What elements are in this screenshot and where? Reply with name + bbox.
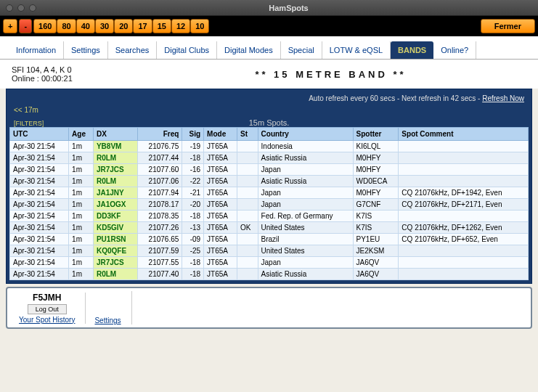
band-toolbar: + - 1608040302017151210 Fermer bbox=[0, 16, 538, 36]
table-row[interactable]: Apr-30 21:541mDD3KF21078.35-18JT65AFed. … bbox=[10, 211, 529, 222]
col-mode[interactable]: Mode bbox=[204, 128, 237, 141]
footer-bar: F5JMH Log Out Your Spot History Settings bbox=[6, 287, 532, 329]
col-utc[interactable]: UTC bbox=[10, 128, 69, 141]
tab-nav: InformationSettingsSearchesDigital Clubs… bbox=[0, 36, 538, 60]
band-button-12[interactable]: 12 bbox=[171, 19, 190, 33]
table-row[interactable]: Apr-30 21:541mKQ0QFE21077.59-25JT65AUnit… bbox=[10, 245, 529, 257]
table-row[interactable]: Apr-30 21:541mJA1JNY21077.94-21JT65AJapa… bbox=[10, 187, 529, 199]
spots-title: 15m Spots. bbox=[9, 118, 529, 127]
band-button-20[interactable]: 20 bbox=[114, 19, 133, 33]
window-close-icon[interactable] bbox=[6, 4, 13, 12]
band-button-17[interactable]: 17 bbox=[133, 19, 152, 33]
spots-panel: Auto refresh every 60 secs - Next refres… bbox=[6, 89, 532, 284]
table-row[interactable]: Apr-30 21:541mJR7JCS21077.60-16JT65AJapa… bbox=[10, 164, 529, 176]
titlebar: HamSpots bbox=[0, 0, 538, 16]
tab-settings[interactable]: Settings bbox=[64, 41, 108, 59]
band-button-80[interactable]: 80 bbox=[57, 19, 76, 33]
settings-link[interactable]: Settings bbox=[94, 317, 121, 324]
zoom-out-button[interactable]: - bbox=[19, 19, 32, 33]
table-row[interactable]: Apr-30 21:541mPU1RSN21076.65-09JT65ABraz… bbox=[10, 234, 529, 245]
band-button-10[interactable]: 10 bbox=[190, 19, 209, 33]
spots-table: UTCAgeDXFreqSigModeStCountrySpotterSpot … bbox=[9, 127, 529, 280]
col-freq[interactable]: Freq bbox=[137, 128, 182, 141]
refresh-now-link[interactable]: Refresh Now bbox=[482, 94, 524, 102]
filters-link[interactable]: [FILTERS] bbox=[9, 118, 48, 128]
col-spotter[interactable]: Spotter bbox=[353, 128, 399, 141]
tab-online-[interactable]: Online? bbox=[433, 41, 476, 59]
zoom-in-button[interactable]: + bbox=[3, 19, 17, 33]
tab-information[interactable]: Information bbox=[9, 41, 64, 59]
table-row[interactable]: Apr-30 21:541mR0LM21077.40-18JT65AAsiati… bbox=[10, 269, 529, 280]
spot-history-link[interactable]: Your Spot History bbox=[19, 316, 75, 324]
table-row[interactable]: Apr-30 21:541mYB8VM21076.75-19JT65AIndon… bbox=[10, 141, 529, 152]
band-button-160[interactable]: 160 bbox=[33, 19, 57, 33]
status-bar: SFI 104, A 4, K 0 Online : 00:00:21 ** 1… bbox=[0, 60, 538, 89]
table-row[interactable]: Apr-30 21:541mKD5GIV21077.26-13JT65AOKUn… bbox=[10, 222, 529, 234]
window-max-icon[interactable] bbox=[29, 4, 36, 12]
tab-digital-clubs[interactable]: Digital Clubs bbox=[157, 41, 217, 59]
tab-special[interactable]: Special bbox=[281, 41, 322, 59]
col-spot-comment[interactable]: Spot Comment bbox=[399, 128, 529, 141]
col-sig[interactable]: Sig bbox=[182, 128, 204, 141]
window-title: HamSpots bbox=[45, 4, 532, 12]
table-row[interactable]: Apr-30 21:541mJR7JCS21077.55-18JT65AJapa… bbox=[10, 257, 529, 269]
tab-searches[interactable]: Searches bbox=[108, 41, 157, 59]
col-dx[interactable]: DX bbox=[93, 128, 137, 141]
col-age[interactable]: Age bbox=[69, 128, 94, 141]
logout-button[interactable]: Log Out bbox=[28, 304, 67, 314]
band-heading: ** 15 METRE BAND ** bbox=[135, 69, 526, 80]
band-button-15[interactable]: 15 bbox=[152, 19, 171, 33]
window-min-icon[interactable] bbox=[17, 4, 25, 12]
table-row[interactable]: Apr-30 21:541mR0LM21077.06-22JT65AAsiati… bbox=[10, 176, 529, 187]
tab-bands[interactable]: BANDS bbox=[391, 41, 433, 59]
user-callsign: F5JMH bbox=[33, 293, 61, 303]
band-button-30[interactable]: 30 bbox=[95, 19, 114, 33]
sfi-status: SFI 104, A 4, K 0 bbox=[12, 65, 135, 74]
tab-digital-modes[interactable]: Digital Modes bbox=[217, 41, 281, 59]
col-country[interactable]: Country bbox=[258, 128, 353, 141]
band-back-link[interactable]: << 17m bbox=[9, 105, 529, 115]
close-button[interactable]: Fermer bbox=[481, 19, 535, 33]
col-st[interactable]: St bbox=[237, 128, 258, 141]
refresh-status: Auto refresh every 60 secs - Next refres… bbox=[9, 92, 529, 105]
band-button-40[interactable]: 40 bbox=[76, 19, 95, 33]
table-row[interactable]: Apr-30 21:541mR0LM21077.44-18JT65AAsiati… bbox=[10, 152, 529, 164]
online-status: Online : 00:00:21 bbox=[12, 74, 135, 83]
tab-lotw-eqsl[interactable]: LOTW & eQSL bbox=[322, 41, 391, 59]
table-row[interactable]: Apr-30 21:541mJA1OGX21078.17-20JT65AJapa… bbox=[10, 199, 529, 211]
